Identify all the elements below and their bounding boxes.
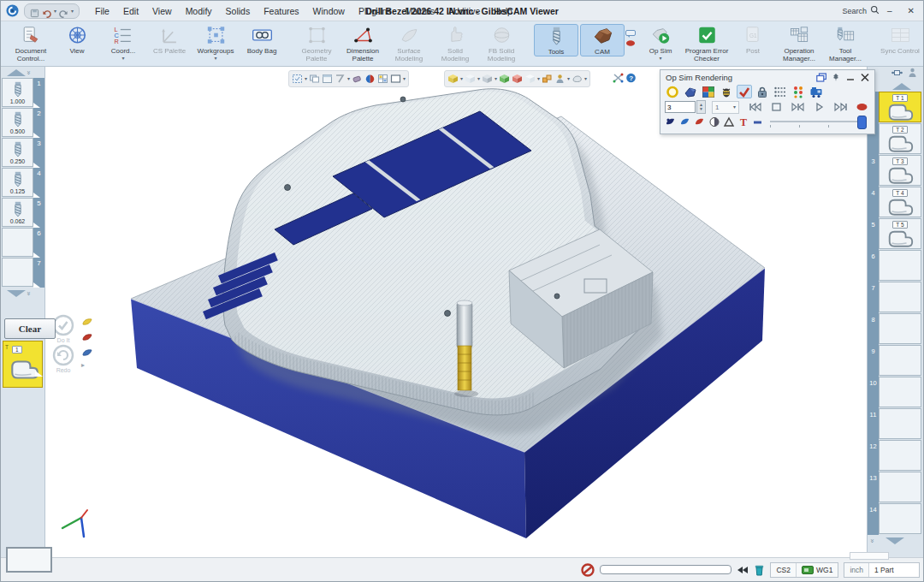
verify-check-icon[interactable] — [737, 85, 752, 98]
quick-access-toolbar[interactable]: ▾▾ — [24, 3, 80, 19]
eraser-icon[interactable] — [352, 74, 363, 84]
viewport-3d[interactable]: ▾▾▾ ▾▾▾▾▾▾ ? — [45, 67, 867, 557]
dropdown-caret-icon[interactable]: ▾ — [495, 76, 497, 81]
operation-tile[interactable]: T 3 — [879, 155, 921, 186]
section-icon[interactable] — [572, 74, 583, 84]
clip-icon[interactable] — [708, 116, 720, 128]
dropdown-caret-icon[interactable]: ▾ — [477, 76, 480, 81]
dropdown-caret-icon[interactable]: ▾ — [537, 76, 540, 81]
search-control[interactable]: Search — [843, 5, 880, 16]
tool-tile[interactable]: 0.062 — [2, 198, 33, 227]
dropdown-caret-icon[interactable]: ▾ — [584, 76, 587, 81]
window-pick-icon[interactable] — [309, 74, 320, 84]
tool-tile-number[interactable]: 6 — [33, 228, 44, 258]
operation-tile[interactable] — [879, 472, 921, 502]
operation-tile[interactable]: T 1 — [879, 92, 921, 122]
tool-tile-number[interactable]: 4 — [33, 168, 44, 198]
tool-list-collapse-bottom[interactable]: » — [25, 292, 33, 294]
skip-end-icon[interactable] — [832, 101, 849, 113]
ribbon-button-cam[interactable]: CAM — [580, 24, 625, 56]
record-oval-icon[interactable] — [625, 35, 636, 43]
ribbon-button-tools[interactable]: Tools — [534, 24, 578, 56]
clear-button[interactable]: Clear — [4, 318, 56, 339]
stage-dropdown[interactable]: 1 ▾ — [712, 101, 739, 114]
minimize-button[interactable]: – — [887, 7, 892, 15]
operation-tile[interactable] — [879, 282, 921, 312]
expand-arrow-icon[interactable]: ▸ — [81, 362, 93, 372]
snapshot-grid-icon[interactable] — [377, 74, 388, 84]
menu-window[interactable]: Window — [306, 3, 352, 19]
tool-tile[interactable] — [2, 258, 33, 287]
machine-sim-icon[interactable] — [808, 85, 824, 98]
play-icon[interactable] — [810, 101, 827, 113]
tool-colors-icon[interactable] — [701, 85, 716, 98]
ribbon-button-document-control[interactable]: Document Control... — [9, 24, 53, 62]
fast-rewind-icon[interactable] — [737, 566, 749, 574]
yellow-marker-icon[interactable] — [81, 316, 93, 326]
ribbon-button-dimension-palette[interactable]: Dimension Palette — [341, 24, 385, 62]
op-tile-number[interactable]: 3 — [868, 155, 879, 187]
op-tile-number[interactable]: 10 — [868, 377, 879, 408]
feed-marker-icon[interactable] — [679, 116, 691, 128]
cut-marker-icon[interactable] — [694, 116, 706, 128]
save-icon[interactable] — [30, 6, 39, 15]
status-lights-icon[interactable] — [791, 85, 806, 98]
op-tile-number[interactable]: 14 — [868, 503, 879, 535]
tool-tile-number[interactable]: 7 — [33, 258, 44, 288]
lock-icon[interactable] — [755, 85, 770, 98]
dropdown-caret-icon[interactable]: ▾ — [567, 76, 570, 81]
tolerance-icon[interactable] — [723, 116, 735, 128]
ribbon-button-op-sim[interactable]: Op Sim▾ — [638, 24, 683, 61]
menu-modify[interactable]: Modify — [179, 3, 219, 19]
frame-view-icon[interactable] — [390, 74, 401, 84]
menu-solids[interactable]: Solids — [219, 3, 258, 19]
green-cube-icon[interactable] — [499, 74, 510, 84]
op-tile-number[interactable]: 6 — [868, 250, 879, 282]
record-icon[interactable] — [853, 101, 870, 113]
dropdown-caret-icon[interactable]: ▾ — [54, 9, 56, 14]
workgroup-tile-selected[interactable]: T 1 — [3, 341, 43, 388]
selection-filter-icon[interactable] — [292, 74, 303, 84]
dropdown-caret-icon[interactable]: ▾ — [71, 9, 74, 14]
palette-minimize-icon[interactable] — [845, 73, 856, 82]
menu-file[interactable]: File — [88, 3, 116, 19]
unit-indicator[interactable]: inch — [844, 563, 869, 577]
axes-icon[interactable] — [613, 73, 624, 83]
sim-progress-slider[interactable] — [770, 116, 867, 128]
stop-icon[interactable] — [767, 101, 785, 113]
operation-tile[interactable]: T 2 — [879, 123, 921, 154]
target-circle-icon[interactable] — [665, 85, 680, 98]
wire-cube-icon[interactable] — [482, 74, 493, 84]
op-list-collapse[interactable]: » — [868, 539, 876, 542]
tool-list-collapse[interactable]: » — [25, 71, 33, 74]
tool-tile[interactable]: 0.125 — [2, 168, 33, 197]
op-list-scroll-down[interactable] — [886, 537, 904, 544]
operation-tile[interactable]: T 5 — [879, 218, 921, 249]
op-list-icon[interactable] — [773, 85, 788, 98]
ribbon-button-workgroups[interactable]: Workgroups▾ — [193, 24, 238, 61]
tool-tile-number[interactable]: 5 — [33, 198, 44, 228]
fixture-cubes-icon[interactable] — [542, 74, 553, 84]
search-icon[interactable] — [870, 5, 880, 16]
step-icon[interactable] — [789, 101, 806, 113]
tool-tile-number[interactable]: 2 — [33, 108, 44, 138]
dropdown-caret-icon[interactable]: ▾ — [121, 56, 124, 61]
collision-icon[interactable] — [719, 85, 734, 98]
skip-start-icon[interactable] — [746, 101, 763, 113]
menu-features[interactable]: Features — [257, 3, 305, 19]
tool-tile[interactable] — [2, 228, 33, 257]
menu-view[interactable]: View — [145, 3, 179, 19]
op-list-scroll-up[interactable] — [892, 83, 911, 90]
tool-list-scroll-up[interactable] — [7, 69, 26, 76]
measure-icon[interactable] — [364, 74, 376, 84]
tool-tile-number[interactable]: 3 — [33, 138, 44, 168]
stock-cube-icon[interactable] — [447, 74, 459, 84]
dropdown-caret-icon[interactable]: ▾ — [460, 76, 463, 81]
tool-list-scroll-down[interactable] — [7, 290, 26, 297]
ribbon-button-body-bag[interactable]: Body Bag — [240, 24, 284, 55]
operation-tile[interactable] — [879, 250, 921, 281]
menu-edit[interactable]: Edit — [116, 3, 145, 19]
tool-tile[interactable]: 0.250 — [2, 138, 33, 167]
workgroup-indicator[interactable]: WG1 — [797, 563, 838, 577]
dropdown-caret-icon[interactable]: ▾ — [347, 76, 350, 81]
